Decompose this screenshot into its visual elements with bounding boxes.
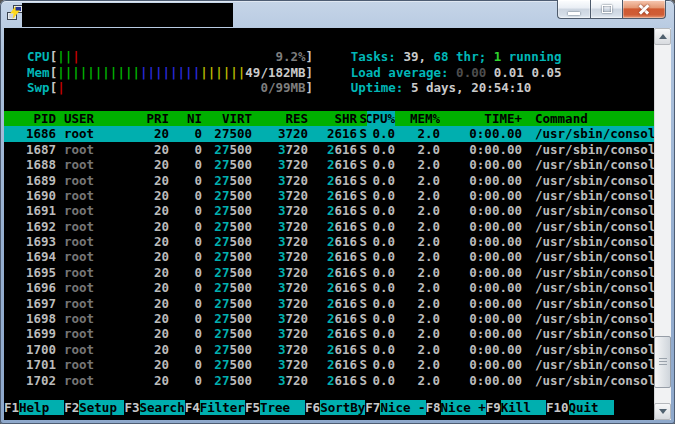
column-header-pid[interactable]: PID bbox=[12, 111, 56, 126]
cell-pri: 20 bbox=[141, 126, 169, 141]
process-row-1702[interactable]: 1702root2002750037202616S0.02.00:00.00/u… bbox=[4, 373, 654, 388]
cell-ni: 0 bbox=[169, 219, 202, 234]
cell-pri: 20 bbox=[141, 357, 169, 372]
fkey-F2[interactable]: F2Setup bbox=[64, 400, 124, 415]
cell-cmd: /usr/sbin/console bbox=[522, 142, 654, 157]
process-row-1689[interactable]: 1689root2002750037202616S0.02.00:00.00/u… bbox=[4, 173, 654, 188]
process-row-1687[interactable]: 1687root2002750037202616S0.02.00:00.00/u… bbox=[4, 142, 654, 157]
process-row-1691[interactable]: 1691root2002750037202616S0.02.00:00.00/u… bbox=[4, 203, 654, 218]
scrollbar[interactable] bbox=[654, 28, 671, 420]
process-row-1690[interactable]: 1690root2002750037202616S0.02.00:00.00/u… bbox=[4, 188, 654, 203]
process-row-1692[interactable]: 1692root2002750037202616S0.02.00:00.00/u… bbox=[4, 219, 654, 234]
cell-s: S bbox=[357, 173, 367, 188]
cell-pid: 1696 bbox=[12, 280, 56, 295]
fkey-F3[interactable]: F3Search bbox=[124, 400, 184, 415]
fkey-action-label: Search bbox=[140, 400, 185, 415]
fkey-F1[interactable]: F1Help bbox=[4, 400, 64, 415]
process-row-1694[interactable]: 1694root2002750037202616S0.02.00:00.00/u… bbox=[4, 249, 654, 264]
column-header-cmd[interactable]: Command bbox=[522, 111, 654, 126]
scrollbar-down-button[interactable] bbox=[654, 403, 671, 420]
cell-shr: 2616 bbox=[308, 357, 357, 372]
fkey-F7[interactable]: F7Nice - bbox=[365, 400, 425, 415]
column-header-user[interactable]: USER bbox=[56, 111, 141, 126]
up-arrow-icon bbox=[659, 34, 667, 39]
fkey-F8[interactable]: F8Nice + bbox=[426, 400, 486, 415]
cell-ni: 0 bbox=[169, 188, 202, 203]
scrollbar-thumb[interactable] bbox=[654, 336, 671, 388]
cell-shr: 2616 bbox=[308, 280, 357, 295]
process-row-1696[interactable]: 1696root2002750037202616S0.02.00:00.00/u… bbox=[4, 280, 654, 295]
cell-virt: 27500 bbox=[202, 296, 252, 311]
process-row-1698[interactable]: 1698root2002750037202616S0.02.00:00.00/u… bbox=[4, 311, 654, 326]
column-header-pri[interactable]: PRI bbox=[141, 111, 169, 126]
cell-s: S bbox=[357, 311, 367, 326]
maximize-button[interactable] bbox=[590, 0, 623, 19]
cell-s: S bbox=[357, 326, 367, 341]
window-titlebar[interactable] bbox=[0, 0, 675, 28]
fkey-F10[interactable]: F10Quit bbox=[546, 400, 614, 415]
cell-s: S bbox=[357, 142, 367, 157]
cell-user: root bbox=[56, 234, 141, 249]
process-row-1697[interactable]: 1697root2002750037202616S0.02.00:00.00/u… bbox=[4, 296, 654, 311]
cell-time: 0:00.00 bbox=[440, 203, 522, 218]
table-header-row: PIDUSERPRINIVIRTRESSHRSCPU%MEM%TIME+Comm… bbox=[4, 111, 654, 126]
cell-pid: 1692 bbox=[12, 219, 56, 234]
cell-mem: 2.0 bbox=[395, 311, 440, 326]
column-header-ni[interactable]: NI bbox=[169, 111, 202, 126]
close-button[interactable] bbox=[623, 0, 666, 19]
cell-shr: 2616 bbox=[308, 219, 357, 234]
column-header-mem[interactable]: MEM% bbox=[395, 111, 440, 126]
process-row-1695[interactable]: 1695root2002750037202616S0.02.00:00.00/u… bbox=[4, 265, 654, 280]
load-average-5min: 0.01 bbox=[494, 65, 524, 80]
column-header-s[interactable]: S bbox=[357, 111, 367, 126]
cell-virt: 27500 bbox=[202, 188, 252, 203]
column-header-virt[interactable]: VIRT bbox=[202, 111, 252, 126]
cell-shr: 2616 bbox=[308, 311, 357, 326]
cell-res: 3720 bbox=[252, 126, 308, 141]
load-average-1min: 0.00 bbox=[456, 65, 486, 80]
cell-pid: 1697 bbox=[12, 296, 56, 311]
cell-cmd: /usr/sbin/console bbox=[522, 357, 654, 372]
cell-user: root bbox=[56, 342, 141, 357]
cell-ni: 0 bbox=[169, 203, 202, 218]
fkey-F4[interactable]: F4Filter bbox=[185, 400, 245, 415]
cell-pri: 20 bbox=[141, 296, 169, 311]
cell-shr: 2616 bbox=[308, 188, 357, 203]
process-row-1700[interactable]: 1700root2002750037202616S0.02.00:00.00/u… bbox=[4, 342, 654, 357]
cell-pid: 1698 bbox=[12, 311, 56, 326]
cell-pri: 20 bbox=[141, 373, 169, 388]
column-header-shr[interactable]: SHR bbox=[308, 111, 357, 126]
process-row-1686[interactable]: 1686root2002750037202616S0.02.00:00.00/u… bbox=[4, 126, 654, 141]
cell-time: 0:00.00 bbox=[440, 249, 522, 264]
scrollbar-up-button[interactable] bbox=[654, 28, 671, 45]
fkey-F5[interactable]: F5Tree bbox=[245, 400, 305, 415]
process-row-1693[interactable]: 1693root2002750037202616S0.02.00:00.00/u… bbox=[4, 234, 654, 249]
fkey-F9[interactable]: F9Kill bbox=[486, 400, 546, 415]
mem-meter-blue-bars: |||||||| bbox=[140, 65, 200, 80]
cell-s: S bbox=[357, 357, 367, 372]
process-row-1699[interactable]: 1699root2002750037202616S0.02.00:00.00/u… bbox=[4, 326, 654, 341]
cell-cpu: 0.0 bbox=[367, 326, 395, 341]
cell-ni: 0 bbox=[169, 142, 202, 157]
cell-pid: 1693 bbox=[12, 234, 56, 249]
terminal[interactable]: CPU[||| 9.2%] Tasks: 39, 68 thr; 1 runni… bbox=[4, 28, 654, 420]
mem-meter-bars: |||||||||||||||||||||||||49/182MB bbox=[57, 65, 305, 80]
cell-time: 0:00.00 bbox=[440, 188, 522, 203]
fkey-F6[interactable]: F6SortBy bbox=[305, 400, 365, 415]
cell-cmd: /usr/sbin/console bbox=[522, 342, 654, 357]
cell-cpu: 0.0 bbox=[367, 296, 395, 311]
fkey-action-label: Setup bbox=[79, 400, 124, 415]
fkey-key-label: F1 bbox=[4, 400, 19, 415]
minimize-button[interactable] bbox=[557, 0, 590, 19]
cell-time: 0:00.00 bbox=[440, 234, 522, 249]
process-row-1701[interactable]: 1701root2002750037202616S0.02.00:00.00/u… bbox=[4, 357, 654, 372]
column-header-cpu[interactable]: CPU% bbox=[367, 111, 395, 126]
column-header-time[interactable]: TIME+ bbox=[440, 111, 522, 126]
process-row-1688[interactable]: 1688root2002750037202616S0.02.00:00.00/u… bbox=[4, 157, 654, 172]
column-header-res[interactable]: RES bbox=[252, 111, 308, 126]
fkey-key-label: F10 bbox=[546, 400, 569, 415]
close-icon bbox=[638, 3, 650, 15]
cell-pid: 1694 bbox=[12, 249, 56, 264]
putty-app-icon bbox=[7, 5, 23, 21]
cell-virt: 27500 bbox=[202, 203, 252, 218]
